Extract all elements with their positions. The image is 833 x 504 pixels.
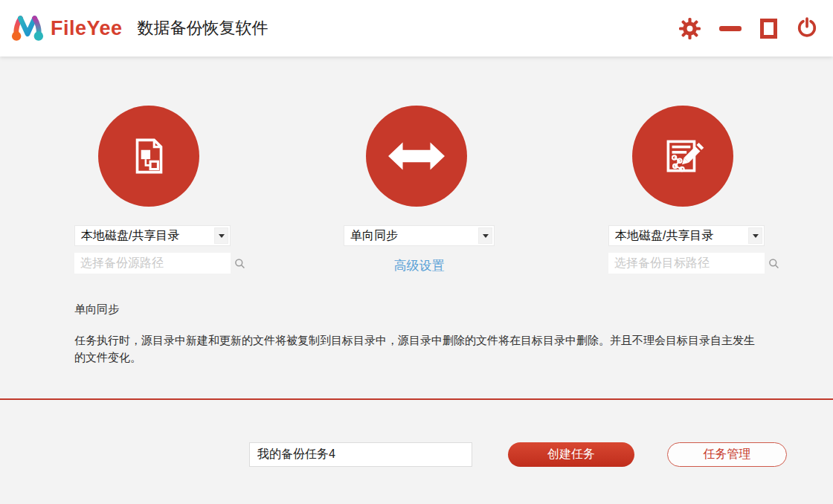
target-path-box xyxy=(608,253,765,274)
maximize-icon[interactable] xyxy=(760,19,777,39)
sync-mode-description-body: 任务执行时，源目录中新建和更新的文件将被复制到目标目录中，源目录中删除的文件将在… xyxy=(74,332,760,366)
advanced-settings-link[interactable]: 高级设置 xyxy=(344,257,495,274)
window-controls xyxy=(679,0,818,56)
sync-mode-value: 单向同步 xyxy=(344,228,478,244)
title-bar: FileYee 数据备份恢复软件 xyxy=(0,0,833,56)
search-icon[interactable] xyxy=(234,258,245,269)
create-task-button[interactable]: 创建任务 xyxy=(508,442,634,467)
fileyee-main-window: FileYee 数据备份恢复软件 xyxy=(0,0,833,504)
source-circle xyxy=(98,106,199,207)
target-type-value: 本地磁盘/共享目录 xyxy=(609,228,748,244)
target-type-select[interactable]: 本地磁盘/共享目录 xyxy=(608,225,765,246)
source-type-value: 本地磁盘/共享目录 xyxy=(75,228,214,244)
task-manage-button[interactable]: 任务管理 xyxy=(667,442,787,467)
brand-name: FileYee xyxy=(51,17,123,40)
double-arrow-icon xyxy=(387,139,446,173)
search-icon[interactable] xyxy=(768,258,779,269)
sync-mode-circle xyxy=(366,106,467,207)
source-type-select[interactable]: 本地磁盘/共享目录 xyxy=(74,225,231,246)
sync-mode-description-title: 单向同步 xyxy=(74,303,119,317)
app-title: 数据备份恢复软件 xyxy=(138,17,268,39)
fileyee-logo-icon xyxy=(10,11,45,45)
target-path-input[interactable] xyxy=(608,253,768,274)
target-circle xyxy=(632,106,733,207)
edit-document-icon xyxy=(659,132,707,180)
settings-gear-icon[interactable] xyxy=(679,18,701,39)
minimize-icon[interactable] xyxy=(719,26,742,31)
document-blocks-icon xyxy=(125,132,173,180)
sync-mode-select[interactable]: 单向同步 xyxy=(344,225,495,246)
red-divider xyxy=(0,398,833,400)
chevron-down-icon[interactable] xyxy=(748,227,762,244)
task-name-input[interactable] xyxy=(249,442,472,467)
source-path-input[interactable] xyxy=(74,253,234,274)
power-close-icon[interactable] xyxy=(796,17,818,39)
source-path-box xyxy=(74,253,231,274)
chevron-down-icon[interactable] xyxy=(214,227,228,244)
chevron-down-icon[interactable] xyxy=(478,227,492,244)
